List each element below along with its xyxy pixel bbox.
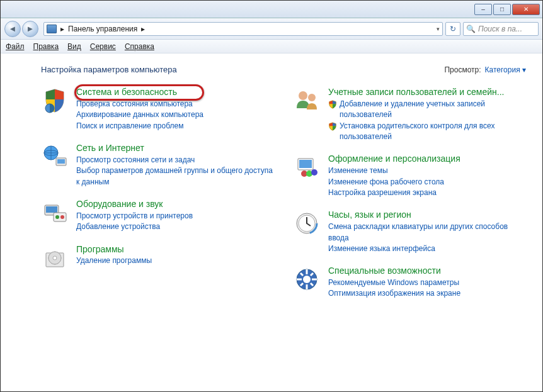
- address-bar[interactable]: ▸ Панель управления ▸ ▾: [43, 22, 443, 36]
- chevron-down-icon[interactable]: ▾: [437, 26, 440, 32]
- back-button[interactable]: ◄: [4, 21, 21, 37]
- category-link[interactable]: Смена раскладки клавиатуры или других сп…: [328, 221, 526, 244]
- viewby-label: Просмотр:: [444, 65, 481, 74]
- svg-point-25: [303, 276, 311, 283]
- category-clock: Часы, язык и регионСмена раскладки клави…: [293, 210, 526, 254]
- forward-button[interactable]: ►: [22, 21, 38, 37]
- category-appearance: Оформление и персонализацияИзменение тем…: [293, 154, 526, 198]
- minimize-button[interactable]: –: [474, 4, 492, 15]
- categories-left: Система и безопасностьПроверка состояния…: [41, 87, 274, 311]
- control-panel-icon: [47, 25, 57, 33]
- breadcrumb-text[interactable]: Панель управления: [68, 25, 137, 33]
- svg-point-13: [53, 256, 57, 260]
- shield-security-icon: [41, 87, 69, 115]
- category-link[interactable]: Поиск и исправление проблем: [76, 121, 274, 132]
- breadcrumb-sep: ▸: [60, 25, 64, 33]
- svg-point-9: [60, 215, 64, 219]
- category-users: Учетные записи пользователей и семейн...…: [293, 87, 526, 142]
- category-network: Сеть и ИнтернетПросмотр состояния сети и…: [41, 143, 274, 188]
- category-link[interactable]: Проверка состояния компьютера: [76, 99, 274, 109]
- svg-rect-4: [57, 159, 65, 164]
- breadcrumb-sep: ▸: [141, 25, 145, 33]
- category-ease: Специальные возможностиРекомендуемые Win…: [293, 266, 526, 300]
- category-title[interactable]: Специальные возможности: [328, 266, 526, 276]
- category-link[interactable]: Установка родительского контроля для все…: [340, 121, 526, 143]
- category-title[interactable]: Оборудование и звук: [76, 199, 274, 210]
- category-link[interactable]: Удаление программы: [76, 255, 274, 266]
- category-shield-security: Система и безопасностьПроверка состояния…: [41, 87, 274, 132]
- refresh-button[interactable]: ↻: [445, 22, 460, 36]
- category-link[interactable]: Добавление и удаление учетных записей по…: [340, 99, 526, 121]
- category-link[interactable]: Изменение темы: [328, 165, 526, 176]
- titlebar: – □ ✕: [1, 1, 542, 18]
- users-icon: [293, 87, 321, 115]
- svg-point-20: [311, 169, 317, 176]
- programs-icon: [41, 244, 69, 272]
- search-placeholder: Поиск в па...: [478, 25, 522, 33]
- menu-view[interactable]: Вид: [67, 42, 81, 51]
- menu-help[interactable]: Справка: [125, 42, 154, 51]
- category-link[interactable]: Просмотр состояния сети и задач: [76, 155, 274, 165]
- page-title: Настройка параметров компьютера: [41, 65, 177, 74]
- category-link[interactable]: Оптимизация изображения на экране: [328, 288, 526, 299]
- category-title[interactable]: Часы, язык и регион: [328, 210, 526, 220]
- viewby-dropdown[interactable]: Категория ▾: [485, 65, 526, 74]
- svg-point-8: [55, 215, 59, 219]
- ease-icon: [293, 266, 321, 293]
- category-hardware: Оборудование и звукПросмотр устройств и …: [41, 199, 274, 233]
- category-link[interactable]: Рекомендуемые Windows параметры: [328, 277, 526, 288]
- category-link[interactable]: Архивирование данных компьютера: [76, 109, 274, 120]
- svg-point-14: [299, 91, 307, 100]
- category-title[interactable]: Сеть и Интернет: [76, 143, 274, 154]
- navbar: ◄ ► ▸ Панель управления ▸ ▾ ↻ 🔍 Поиск в …: [1, 18, 542, 40]
- menu-tools[interactable]: Сервис: [90, 42, 116, 51]
- menu-file[interactable]: Файл: [6, 42, 25, 51]
- menubar: Файл Правка Вид Сервис Справка: [1, 40, 542, 53]
- category-link[interactable]: Изменение фона рабочего стола: [328, 177, 526, 188]
- category-title[interactable]: Система и безопасность: [76, 87, 274, 98]
- view-by: Просмотр: Категория ▾: [444, 65, 526, 74]
- hardware-icon: [41, 199, 69, 227]
- svg-rect-6: [46, 206, 57, 213]
- category-title[interactable]: Учетные записи пользователей и семейн...: [328, 87, 526, 98]
- content: Настройка параметров компьютера Просмотр…: [1, 53, 542, 391]
- menu-edit[interactable]: Правка: [33, 42, 59, 51]
- clock-icon: [293, 210, 321, 237]
- search-input[interactable]: 🔍 Поиск в па...: [463, 22, 539, 36]
- maximize-button[interactable]: □: [493, 4, 511, 15]
- category-programs: ПрограммыУдаление программы: [41, 244, 274, 272]
- appearance-icon: [293, 154, 321, 181]
- category-link[interactable]: Выбор параметров домашней группы и общег…: [76, 165, 274, 188]
- svg-point-15: [308, 94, 316, 101]
- category-link[interactable]: Настройка разрешения экрана: [328, 188, 526, 198]
- category-title[interactable]: Оформление и персонализация: [328, 154, 526, 164]
- categories-right: Учетные записи пользователей и семейн...…: [293, 87, 526, 311]
- category-link[interactable]: Добавление устройства: [76, 221, 274, 232]
- category-link[interactable]: Просмотр устройств и принтеров: [76, 211, 274, 221]
- search-icon: 🔍: [466, 25, 476, 33]
- category-link[interactable]: Изменение языка интерфейса: [328, 244, 526, 254]
- close-button[interactable]: ✕: [512, 4, 540, 15]
- category-title[interactable]: Программы: [76, 244, 274, 255]
- network-icon: [41, 143, 69, 171]
- svg-rect-17: [299, 160, 312, 168]
